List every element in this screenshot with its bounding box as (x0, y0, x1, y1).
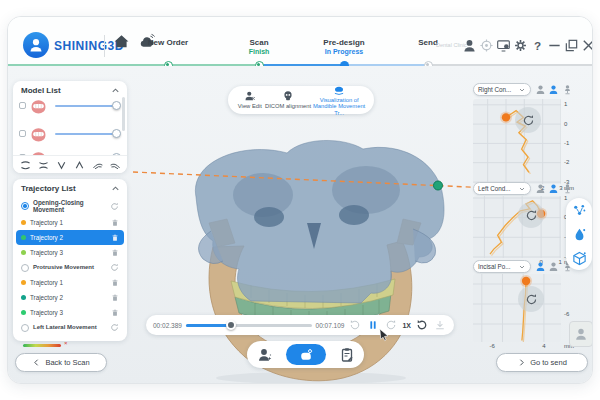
collapse-trajectory-list-icon[interactable] (110, 183, 121, 194)
model-list-title: Model List (21, 86, 61, 95)
refresh-icon[interactable] (110, 323, 119, 332)
model-row[interactable] (13, 123, 125, 145)
trajectory-label: Trajectory 1 (30, 279, 107, 286)
trajectory-label: Trajectory 3 (30, 309, 107, 316)
trajectory-row[interactable]: Trajectory 3 (16, 305, 124, 320)
mandible-movement-tool-icon[interactable] (286, 344, 326, 365)
group-radio[interactable] (21, 264, 29, 272)
order-form-icon[interactable] (339, 347, 355, 363)
head-filled-icon[interactable] (548, 182, 560, 195)
head-filled-icon[interactable] (548, 260, 560, 273)
reset-view-button[interactable] (518, 286, 544, 312)
trash-icon[interactable] (111, 294, 119, 302)
trajectory-row[interactable]: Trajectory 1 (16, 275, 124, 290)
playback-speed[interactable]: 1X (402, 322, 411, 329)
projection-select-3[interactable]: Incisal Po... (473, 260, 531, 273)
patient-info-icon[interactable] (257, 347, 273, 363)
dicom-alignment-button[interactable]: DICOM alignment (265, 90, 311, 109)
y-tick-label: 1 (564, 195, 567, 201)
timeline-track[interactable] (186, 324, 312, 327)
opacity-slider-handle[interactable] (112, 129, 121, 138)
minimize-icon[interactable] (547, 38, 562, 53)
model-checkbox[interactable] (19, 130, 26, 137)
arch-open-icon[interactable] (36, 159, 50, 172)
trash-icon[interactable] (111, 309, 119, 317)
scale-max-marker: × (64, 340, 68, 346)
opacity-slider-track[interactable] (55, 105, 117, 107)
app-window: SHINING3D New OrderScanFinishPre-designI… (7, 16, 593, 384)
mandible-visualization-button[interactable]: Visualization of Mandible Movement Tr... (311, 84, 367, 116)
trajectory-plot (473, 274, 561, 342)
trajectory-points-icon[interactable] (571, 202, 587, 218)
opacity-slider-handle[interactable] (112, 101, 121, 110)
model-row[interactable] (13, 95, 125, 117)
trajectory-row[interactable]: Trajectory 1 (16, 215, 124, 230)
main-area: View EditDICOM alignmentVisualization of… (8, 66, 593, 384)
timeline-handle[interactable] (226, 320, 236, 330)
loop-back-icon[interactable] (348, 318, 362, 332)
go-to-send-label: Go to send (530, 358, 567, 367)
arch-upper-icon[interactable] (72, 159, 86, 172)
screen-settings-icon[interactable] (496, 38, 511, 53)
head-stand-icon[interactable] (561, 83, 573, 96)
trajectory-row[interactable]: Trajectory 3 (16, 245, 124, 260)
trash-icon[interactable] (111, 279, 119, 287)
trajectory-row[interactable]: Trajectory 2 (16, 230, 124, 245)
group-radio[interactable] (21, 202, 29, 210)
go-to-send-button[interactable]: Go to send (496, 353, 588, 372)
cube-view-icon[interactable] (571, 250, 587, 266)
projection-select-1[interactable]: Right Con... (473, 83, 531, 96)
workflow-step-new-order[interactable]: New Order (128, 38, 208, 48)
view-options-toolbar (566, 198, 592, 270)
trajectory-color-dot (21, 235, 26, 240)
refresh-icon[interactable] (110, 263, 119, 272)
opacity-slider-track[interactable] (55, 133, 117, 135)
trajectory-row[interactable]: Trajectory 2 (16, 290, 124, 305)
trajectory-group-row[interactable]: Opening-Closing Movement (16, 197, 124, 215)
restore-window-icon[interactable] (564, 38, 579, 53)
arch-right-icon[interactable] (108, 159, 122, 172)
head-outline-icon[interactable] (534, 182, 546, 195)
head-outline-icon[interactable] (534, 260, 546, 273)
trajectory-color-dot (21, 220, 26, 225)
arch-stack-icon[interactable] (18, 159, 32, 172)
model-list-panel: Model List (13, 81, 127, 173)
y-tick-label: -1 (564, 140, 569, 146)
settings-gear-icon[interactable] (513, 38, 528, 53)
trajectory-group-row[interactable]: Protrusive Movement (16, 260, 124, 275)
y-tick-label: 0 (564, 121, 567, 127)
replay-icon[interactable] (415, 318, 429, 332)
back-to-scan-button[interactable]: Back to Scan (15, 353, 107, 372)
droplet-icon[interactable] (571, 226, 587, 242)
model-list-scrollbar[interactable] (122, 97, 125, 131)
workflow-step-pre-design[interactable]: Pre-designIn Progress (304, 38, 384, 55)
trajectory-label: Trajectory 2 (30, 294, 107, 301)
head-stand-icon[interactable] (561, 182, 573, 195)
workflow-step-scan[interactable]: ScanFinish (219, 38, 299, 55)
projection-select-2[interactable]: Left Cond... (473, 182, 531, 195)
trash-icon[interactable] (111, 234, 119, 242)
head-filled-icon[interactable] (548, 83, 560, 96)
group-radio[interactable] (21, 324, 29, 332)
refresh-icon[interactable] (110, 202, 119, 211)
model-checkbox[interactable] (19, 102, 26, 109)
jawMotion-icon (333, 84, 345, 96)
arch-lower-icon[interactable] (54, 159, 68, 172)
download-icon[interactable] (433, 318, 447, 332)
trash-icon[interactable] (111, 249, 119, 257)
reset-view-button[interactable] (518, 202, 544, 228)
trajectory-list-title: Trajectory List (21, 184, 76, 193)
help-icon[interactable]: ? (530, 38, 545, 53)
calibrate-icon[interactable] (479, 38, 494, 53)
avatar-button[interactable] (569, 321, 593, 347)
bottom-tool-switcher (247, 341, 364, 368)
x-tick-label: 4 (538, 343, 550, 349)
user-icon[interactable] (462, 38, 477, 53)
view-edit-button[interactable]: View Edit (235, 90, 265, 109)
reset-view-button[interactable] (515, 107, 541, 133)
arch-left-icon[interactable] (90, 159, 104, 172)
head-outline-icon[interactable] (534, 83, 546, 96)
trash-icon[interactable] (111, 219, 119, 227)
trajectory-group-row[interactable]: Left Lateral Movement (16, 320, 124, 335)
close-icon[interactable] (581, 38, 593, 53)
